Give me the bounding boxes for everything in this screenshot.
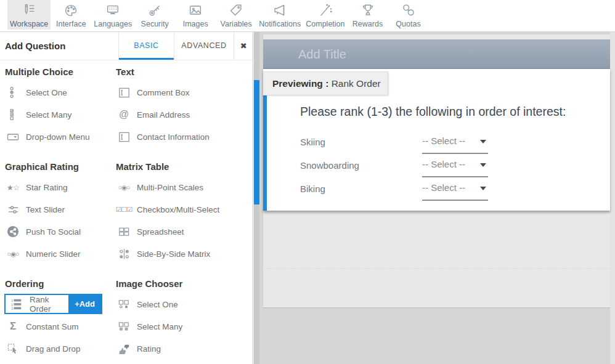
item-checkbox-multi-select[interactable]: ☑☐☑ Checkbox/Multi-Select [116, 198, 253, 220]
dots-icon: ○◉○ [5, 250, 21, 257]
item-image-select-many[interactable]: Select Many [116, 315, 253, 338]
item-drag-and-drop[interactable]: Drag and Drop [5, 338, 116, 360]
item-image-rating[interactable]: Rating [116, 338, 253, 360]
item-constant-sum[interactable]: Σ Constant Sum [5, 315, 116, 338]
checkbox-list-icon [5, 108, 21, 121]
section-title: Multiple Choice [5, 63, 116, 81]
item-text-slider[interactable]: Text Slider [5, 198, 116, 220]
item-email-address[interactable]: @ Email Address [116, 103, 253, 126]
item-label: Star Rating [26, 183, 68, 192]
panel-title: Add Question [5, 32, 65, 60]
section-matrix-table: Matrix Table ○◉○ Multi-Point Scales ☑☐☑ … [116, 158, 253, 265]
rank-row: Biking -- Select -- [300, 177, 579, 201]
checks-icon: ☑☐☑ [116, 206, 132, 214]
tab-advanced[interactable]: ADVANCED [174, 32, 234, 60]
item-spreadsheet[interactable]: Spreadsheet [116, 220, 253, 243]
toolbar-item-label: Quotas [396, 20, 420, 28]
share-icon [5, 225, 21, 238]
toolbar-item-languages[interactable]: Languages [91, 0, 134, 30]
section-title: Text [116, 63, 253, 81]
toolbar-item-interface[interactable]: Interface [51, 0, 91, 30]
toolbar-item-label: Workspace [10, 20, 48, 28]
toolbar-item-label: Interface [56, 20, 86, 28]
svg-text:1: 1 [11, 299, 13, 302]
add-title-bar[interactable]: Add Title [263, 39, 610, 69]
item-star-rating[interactable]: ★☆ Star Rating [5, 176, 116, 198]
close-icon[interactable]: ✖ [234, 32, 253, 60]
item-side-by-side-matrix[interactable]: Side-By-Side Matrix [116, 243, 253, 265]
chevron-down-icon [480, 163, 486, 167]
languages-icon [104, 2, 121, 19]
at-icon: @ [116, 109, 132, 120]
toolbar-item-label: Rewards [352, 20, 383, 28]
chevron-down-icon [480, 187, 486, 190]
thumbs-icon [116, 342, 132, 355]
item-dropdown-menu[interactable]: Drop-down Menu [5, 126, 116, 148]
rank-select-dropdown[interactable]: -- Select -- [422, 154, 488, 177]
toolbar-item-variables[interactable]: Variables [216, 0, 256, 30]
svg-text:3: 3 [11, 307, 14, 310]
item-label: Select Many [26, 110, 71, 119]
item-label: Drop-down Menu [26, 132, 90, 142]
section-multiple-choice: Multiple Choice Select One Sele [5, 63, 116, 148]
toolbar-item-completion[interactable]: Completion [303, 0, 347, 30]
item-label: Numeric Slider [26, 249, 81, 259]
question-accent-bar [263, 94, 267, 211]
dropdown-value: -- Select -- [422, 182, 475, 193]
section-text: Text Comment Box @ Email Address [116, 63, 253, 148]
svg-text:2: 2 [11, 302, 13, 306]
item-push-to-social[interactable]: Push To Social [5, 220, 116, 243]
toolbar-item-label: Notifications [259, 20, 301, 28]
rank-row-label: Skiing [300, 137, 325, 147]
rank-row: Skiing -- Select -- [300, 131, 579, 154]
item-multi-point-scales[interactable]: ○◉○ Multi-Point Scales [116, 176, 253, 198]
rewards-icon [359, 2, 377, 19]
add-button[interactable]: +Add [68, 295, 101, 313]
radio-list-icon [5, 86, 21, 99]
panel-scrollbar-thumb[interactable] [254, 80, 259, 204]
matrix-icon [116, 248, 132, 261]
window-scrollbar[interactable] [610, 32, 615, 364]
toolbar-item-workspace[interactable]: Workspace [7, 0, 51, 30]
item-label: Contact Information [137, 132, 210, 142]
toolbar-item-rewards[interactable]: Rewards [348, 0, 388, 30]
toolbar-item-quotas[interactable]: Quotas [388, 0, 429, 30]
item-select-one[interactable]: Select One [5, 81, 116, 103]
item-numeric-slider[interactable]: ○◉○ Numeric Slider [5, 243, 116, 265]
variables-icon [227, 2, 245, 19]
item-contact-information[interactable]: Contact Information [116, 126, 253, 148]
section-title: Image Chooser [116, 275, 253, 293]
rank-select-dropdown[interactable]: -- Select -- [422, 177, 488, 201]
quotas-icon [400, 2, 417, 19]
section-title: Graphical Rating [5, 158, 116, 176]
add-title-placeholder: Add Title [298, 47, 346, 61]
toolbar-item-label: Images [183, 20, 208, 28]
toolbar-item-notifications[interactable]: Notifications [256, 0, 303, 30]
security-icon [146, 2, 163, 19]
dropdown-value: -- Select -- [422, 135, 475, 146]
item-rank-order[interactable]: 123 Rank Order +Add [4, 294, 102, 314]
item-select-many[interactable]: Select Many [5, 103, 116, 126]
previewing-label: Previewing : [272, 78, 328, 89]
section-title: Matrix Table [116, 158, 253, 176]
item-label: Checkbox/Multi-Select [137, 205, 219, 214]
item-comment-box[interactable]: Comment Box [116, 81, 253, 103]
page-divider [263, 268, 610, 269]
toolbar-item-security[interactable]: Security [134, 0, 175, 30]
text-box-icon [116, 131, 132, 144]
tab-basic[interactable]: BASIC [118, 32, 174, 60]
star-icon: ★☆ [5, 183, 21, 192]
images-icon [187, 2, 204, 19]
toolbar-item-label: Variables [221, 20, 252, 28]
item-image-select-one[interactable]: Select One [116, 293, 253, 315]
toolbar-item-images[interactable]: Images [175, 0, 216, 30]
item-label: Select Many [137, 322, 182, 331]
rank-row-label: Snowboarding [300, 160, 359, 171]
grid-icon [116, 225, 132, 238]
rank-select-dropdown[interactable]: -- Select -- [422, 131, 488, 154]
add-question-panel: Add Question BASIC ADVANCED ✖ Multiple C… [0, 32, 253, 364]
panel-scrollbar[interactable] [254, 32, 259, 364]
notifications-icon [271, 2, 288, 19]
question-type-list: Multiple Choice Select One Sele [0, 60, 253, 364]
panel-header: Add Question BASIC ADVANCED ✖ [0, 32, 253, 60]
